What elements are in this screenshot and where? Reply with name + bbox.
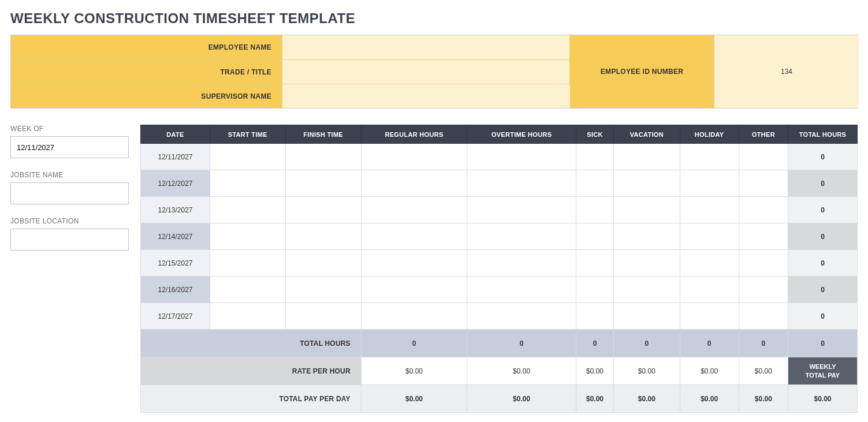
cell-start[interactable] (210, 197, 286, 223)
trade-title-value[interactable] (282, 59, 570, 84)
cell-vacation[interactable] (614, 250, 680, 277)
cell-holiday[interactable] (680, 250, 739, 277)
jobsite-location-input[interactable] (10, 229, 129, 251)
cell-regular[interactable] (361, 197, 467, 223)
cell-start[interactable] (210, 170, 286, 197)
total-pay-other: $0.00 (739, 385, 788, 413)
rate-sick[interactable]: $0.00 (576, 357, 613, 385)
cell-other[interactable] (739, 170, 788, 197)
cell-sick[interactable] (576, 277, 613, 303)
supervisor-name-value[interactable] (282, 84, 570, 108)
cell-finish[interactable] (285, 277, 361, 303)
rate-regular[interactable]: $0.00 (361, 357, 467, 385)
total-hours-holiday: 0 (680, 330, 739, 357)
cell-sick[interactable] (576, 170, 613, 197)
cell-finish[interactable] (285, 250, 361, 277)
cell-holiday[interactable] (680, 303, 739, 330)
total-hours-vacation: 0 (614, 330, 680, 357)
cell-regular[interactable] (361, 303, 467, 330)
cell-date: 12/17/2027 (141, 303, 210, 330)
cell-holiday[interactable] (680, 170, 739, 197)
cell-date: 12/13/2027 (141, 197, 210, 223)
weekly-total-pay-label: WEEKLYTOTAL PAY (788, 357, 858, 385)
cell-finish[interactable] (285, 303, 361, 330)
cell-regular[interactable] (361, 170, 467, 197)
cell-overtime[interactable] (467, 303, 576, 330)
cell-other[interactable] (739, 197, 788, 223)
cell-total: 0 (788, 223, 858, 250)
cell-total: 0 (788, 144, 858, 170)
cell-start[interactable] (210, 250, 286, 277)
cell-overtime[interactable] (467, 250, 576, 277)
week-of-input[interactable] (10, 136, 129, 158)
table-row: 12/17/20270 (141, 303, 858, 330)
cell-overtime[interactable] (467, 277, 576, 303)
cell-holiday[interactable] (680, 144, 739, 170)
cell-sick[interactable] (576, 144, 613, 170)
cell-regular[interactable] (361, 277, 467, 303)
cell-total: 0 (788, 277, 858, 303)
jobsite-name-input[interactable] (10, 182, 129, 204)
jobsite-location-label: JOBSITE LOCATION (10, 217, 129, 225)
col-vacation: VACATION (614, 125, 680, 144)
cell-other[interactable] (739, 144, 788, 170)
total-pay-sick: $0.00 (576, 385, 613, 413)
cell-start[interactable] (210, 144, 286, 170)
cell-start[interactable] (210, 303, 286, 330)
cell-start[interactable] (210, 223, 286, 250)
cell-vacation[interactable] (614, 277, 680, 303)
rate-vacation[interactable]: $0.00 (614, 357, 680, 385)
cell-sick[interactable] (576, 303, 613, 330)
cell-holiday[interactable] (680, 197, 739, 223)
cell-overtime[interactable] (467, 170, 576, 197)
cell-sick[interactable] (576, 197, 613, 223)
cell-date: 12/15/2027 (141, 250, 210, 277)
cell-overtime[interactable] (467, 197, 576, 223)
cell-holiday[interactable] (680, 223, 739, 250)
cell-date: 12/12/2027 (141, 170, 210, 197)
employee-name-label: EMPLOYEE NAME (11, 35, 282, 59)
cell-regular[interactable] (361, 250, 467, 277)
cell-other[interactable] (739, 303, 788, 330)
rate-other[interactable]: $0.00 (739, 357, 788, 385)
table-row: 12/13/20270 (141, 197, 858, 223)
cell-other[interactable] (739, 277, 788, 303)
cell-holiday[interactable] (680, 277, 739, 303)
rate-label: RATE PER HOUR (141, 357, 362, 385)
cell-finish[interactable] (285, 170, 361, 197)
cell-vacation[interactable] (614, 170, 680, 197)
rate-holiday[interactable]: $0.00 (680, 357, 739, 385)
cell-vacation[interactable] (614, 144, 680, 170)
total-pay-overtime: $0.00 (467, 385, 576, 413)
total-hours-overtime: 0 (467, 330, 576, 357)
cell-regular[interactable] (361, 144, 467, 170)
cell-start[interactable] (210, 277, 286, 303)
cell-other[interactable] (739, 250, 788, 277)
cell-overtime[interactable] (467, 223, 576, 250)
cell-sick[interactable] (576, 250, 613, 277)
total-hours-other: 0 (739, 330, 788, 357)
cell-vacation[interactable] (614, 303, 680, 330)
cell-vacation[interactable] (614, 197, 680, 223)
table-row: 12/15/20270 (141, 250, 858, 277)
col-total: TOTAL HOURS (788, 125, 858, 144)
cell-finish[interactable] (285, 223, 361, 250)
cell-vacation[interactable] (614, 223, 680, 250)
cell-overtime[interactable] (467, 144, 576, 170)
cell-finish[interactable] (285, 197, 361, 223)
total-pay-holiday: $0.00 (680, 385, 739, 413)
cell-regular[interactable] (361, 223, 467, 250)
total-hours-sick: 0 (576, 330, 613, 357)
table-row: 12/16/20270 (141, 277, 858, 303)
cell-sick[interactable] (576, 223, 613, 250)
rate-overtime[interactable]: $0.00 (467, 357, 576, 385)
employee-id-value[interactable]: 134 (714, 35, 859, 108)
sidebar: WEEK OF JOBSITE NAME JOBSITE LOCATION (10, 125, 129, 413)
employee-name-value[interactable] (282, 35, 570, 59)
cell-other[interactable] (739, 223, 788, 250)
total-pay-vacation: $0.00 (614, 385, 680, 413)
col-date: DATE (141, 125, 210, 144)
week-of-label: WEEK OF (10, 125, 129, 133)
col-start: START TIME (210, 125, 286, 144)
cell-finish[interactable] (285, 144, 361, 170)
